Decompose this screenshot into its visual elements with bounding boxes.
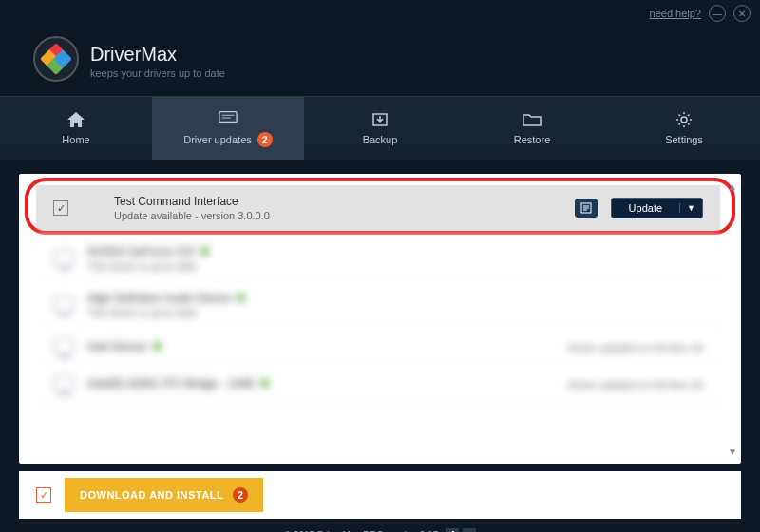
driver-name: NVIDIA GeForce 210 <box>87 245 703 258</box>
nav-home[interactable]: Home <box>0 97 152 160</box>
status-dot-icon <box>237 294 245 302</box>
nav-label: Driver updates <box>183 134 252 145</box>
device-icon <box>53 250 74 267</box>
status-dot-icon <box>260 379 269 388</box>
googleplus-icon[interactable]: g+ <box>463 528 476 532</box>
device-icon <box>53 375 74 392</box>
monitor-icon <box>218 109 238 126</box>
driver-date: Driver updated on 03-Nov-16 <box>568 379 703 390</box>
svg-rect-0 <box>219 112 237 123</box>
status-dot-icon <box>200 247 209 256</box>
nav-label: Settings <box>665 134 703 145</box>
driver-row[interactable]: Intel Device Driver updated on 03-Nov-16 <box>36 329 720 366</box>
folder-icon <box>522 111 542 128</box>
download-install-button[interactable]: DOWNLOAD AND INSTALL 2 <box>65 478 263 512</box>
select-all-checkbox[interactable]: ✓ <box>36 487 51 503</box>
download-badge: 2 <box>233 487 248 503</box>
driver-row[interactable]: High Definition Audio Device This driver… <box>36 282 720 329</box>
driver-status: This driver is up-to-date <box>87 260 703 272</box>
footer: © 2017 DriverMax PRO version 9.17 f g+ <box>0 519 760 532</box>
driver-row[interactable]: Intel(R) 82801 PCI Bridge - 244E Driver … <box>36 366 720 403</box>
update-button[interactable]: Update ▼ <box>611 198 703 218</box>
nav-settings[interactable]: Settings <box>608 97 760 160</box>
nav-driver-updates[interactable]: Driver updates 2 <box>152 97 304 160</box>
nav-backup[interactable]: Backup <box>304 97 456 160</box>
backup-icon <box>370 111 390 128</box>
home-icon <box>66 111 86 128</box>
app-header: DriverMax keeps your drivers up to date <box>0 27 760 96</box>
app-title: DriverMax <box>90 44 722 66</box>
action-bar: ✓ DOWNLOAD AND INSTALL 2 <box>19 471 741 519</box>
driver-row-highlighted[interactable]: ✓ Test Command Interface Update availabl… <box>36 185 720 232</box>
nav-label: Restore <box>514 134 551 145</box>
main-nav: Home Driver updates 2 Backup Restore Set… <box>0 96 760 161</box>
driver-list: ▲ ▼ ✓ Test Command Interface Update avai… <box>19 174 741 464</box>
download-label: DOWNLOAD AND INSTALL <box>80 489 223 501</box>
scroll-up[interactable]: ▲ <box>726 180 739 193</box>
driver-date: Driver updated on 03-Nov-16 <box>568 342 703 353</box>
driver-name: Test Command Interface <box>114 195 561 208</box>
minimize-button[interactable]: — <box>709 5 726 22</box>
checkbox[interactable]: ✓ <box>53 200 68 216</box>
app-logo <box>33 36 79 82</box>
app-tagline: keeps your drivers up to date <box>90 67 722 79</box>
driver-row[interactable]: NVIDIA GeForce 210 This driver is up-to-… <box>36 236 720 282</box>
driver-name: High Definition Audio Device <box>87 292 703 305</box>
close-button[interactable]: ✕ <box>733 5 750 22</box>
social-links: f g+ <box>446 528 476 532</box>
facebook-icon[interactable]: f <box>446 528 459 532</box>
driver-status: Update available - version 3.0.0.0 <box>114 210 561 221</box>
info-button[interactable] <box>575 199 598 218</box>
chevron-down-icon[interactable]: ▼ <box>679 203 702 213</box>
updates-badge: 2 <box>257 132 273 147</box>
update-label: Update <box>612 202 679 214</box>
status-dot-icon <box>153 342 162 351</box>
driver-name: Intel Device <box>87 340 555 353</box>
nav-label: Backup <box>363 134 398 145</box>
driver-name: Intel(R) 82801 PCI Bridge - 244E <box>87 377 555 390</box>
svg-point-4 <box>681 117 687 123</box>
nav-label: Home <box>62 134 89 145</box>
device-icon <box>53 338 74 355</box>
scroll-down[interactable]: ▼ <box>726 445 739 458</box>
help-link[interactable]: need help? <box>650 8 701 19</box>
nav-restore[interactable]: Restore <box>456 97 608 160</box>
titlebar: need help? — ✕ <box>0 0 760 27</box>
driver-status: This driver is up-to-date <box>87 307 703 318</box>
gear-icon <box>674 111 694 128</box>
device-icon <box>53 296 74 314</box>
